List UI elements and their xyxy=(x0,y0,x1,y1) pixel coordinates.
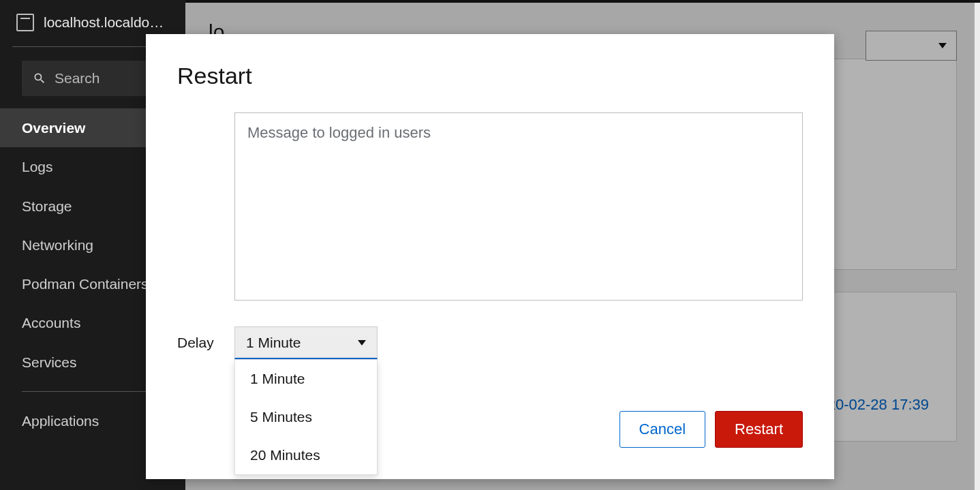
modal-title: Restart xyxy=(177,63,803,89)
scrollbar[interactable] xyxy=(975,3,980,490)
delay-select-toggle[interactable]: 1 Minute xyxy=(234,326,378,359)
delay-option-1min[interactable]: 1 Minute xyxy=(235,360,377,398)
caret-down-icon xyxy=(358,340,366,346)
message-textarea[interactable] xyxy=(234,112,803,301)
cancel-button[interactable]: Cancel xyxy=(619,411,705,448)
restart-modal: Restart Delay 1 Minute 1 Minute 5 Minute… xyxy=(146,34,834,479)
delay-label: Delay xyxy=(177,335,211,351)
delay-option-20min[interactable]: 20 Minutes xyxy=(235,436,377,474)
search-input[interactable]: Search xyxy=(22,61,164,96)
search-placeholder: Search xyxy=(55,70,100,87)
delay-selected-value: 1 Minute xyxy=(246,335,301,351)
sidebar-divider xyxy=(22,391,164,392)
delay-option-5min[interactable]: 5 Minutes xyxy=(235,398,377,436)
server-icon xyxy=(16,14,34,31)
restart-button[interactable]: Restart xyxy=(715,411,803,448)
host-name: localhost.localdo… xyxy=(44,14,164,31)
search-icon xyxy=(33,72,46,85)
delay-select[interactable]: 1 Minute 1 Minute 5 Minutes 20 Minutes xyxy=(234,326,378,359)
delay-select-menu: 1 Minute 5 Minutes 20 Minutes xyxy=(234,359,378,475)
